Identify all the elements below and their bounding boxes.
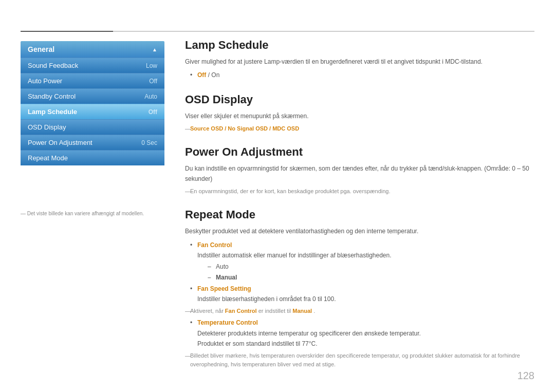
activated-fan-control: Fan Control [225, 308, 257, 314]
sidebar-item-repeat-mode[interactable]: Repeat Mode [21, 150, 164, 165]
sidebar-item-label: Auto Power [28, 77, 62, 85]
sidebar-item-value: 0 Sec [141, 139, 157, 146]
lamp-schedule-bullets: Off / On [190, 70, 534, 80]
sidebar-item-label: Repeat Mode [28, 154, 68, 162]
power-on-note: En opvarmningstid, der er for kort, kan … [185, 187, 534, 196]
section-title-lamp-schedule: Lamp Schedule [185, 39, 534, 52]
activated-note-end: . [313, 308, 315, 314]
power-on-body: Du kan indstille en opvarmningstid for s… [185, 164, 534, 183]
page-number: 128 [517, 370, 534, 382]
section-repeat-mode: Repeat Mode Beskytter produktet ved at d… [185, 208, 534, 371]
sidebar-item-power-on-adjustment[interactable]: Power On Adjustment 0 Sec [21, 135, 164, 150]
temp-control-desc: Detekterer produktets interne temperatur… [197, 330, 421, 337]
activated-note: Aktiveret, når Fan Control er indstillet… [185, 307, 534, 316]
sidebar-item-value: Off [149, 108, 157, 116]
sidebar: General ▲ Sound Feedback Low Auto Power … [21, 41, 164, 165]
repeat-mode-bullets: Fan Control Indstiller automatisk eller … [190, 240, 534, 305]
fan-control-label: Fan Control [197, 241, 232, 249]
sidebar-item-value: Auto [144, 93, 157, 100]
fan-control-desc: Indstiller automatisk eller manuel for i… [197, 252, 392, 259]
section-lamp-schedule: Lamp Schedule Giver mulighed for at just… [185, 39, 534, 81]
fan-speed-desc: Indstiller blæserhastigheden i området f… [197, 295, 336, 303]
sidebar-item-osd-display[interactable]: OSD Display [21, 119, 164, 135]
sidebar-item-sound-feedback[interactable]: Sound Feedback Low [21, 58, 164, 73]
lamp-schedule-off: Off [197, 71, 206, 79]
repeat-mode-note-1: Billedet bliver mørkere, hvis temperatur… [185, 351, 534, 369]
sidebar-note: — Det viste billede kan variere afhængig… [21, 211, 164, 216]
sidebar-item-lamp-schedule[interactable]: Lamp Schedule Off [21, 104, 164, 119]
repeat-mode-body: Beskytter produktet ved at detektere ven… [185, 227, 534, 236]
fan-control-option-manual: Manual [208, 272, 534, 283]
fan-speed-bullet: Fan Speed Setting Indstiller blæserhasti… [190, 284, 534, 305]
temp-control-bullet: Temperature Control Detekterer produktet… [190, 318, 534, 349]
lamp-schedule-bullet-1: Off / On [190, 70, 534, 80]
activated-note-mid: er indstillet til [258, 308, 293, 314]
section-title-repeat-mode: Repeat Mode [185, 208, 534, 221]
fan-control-option-auto: Auto [208, 262, 534, 272]
osd-display-subnote: Source OSD / No Signal OSD / MDC OSD [185, 124, 534, 134]
activated-note-prefix: Aktiveret, når [190, 308, 225, 314]
temp-control-desc2: Produktet er som standard indstillet til… [197, 340, 318, 347]
sidebar-item-label: Standby Control [28, 92, 76, 100]
activated-manual: Manual [292, 308, 312, 314]
fan-control-options: Auto Manual [208, 262, 534, 283]
sidebar-item-label: Power On Adjustment [28, 139, 92, 146]
sidebar-item-value: Off [149, 78, 157, 85]
sidebar-item-label: Lamp Schedule [28, 108, 77, 116]
lamp-schedule-body: Giver mulighed for at justere Lamp-værdi… [185, 57, 534, 67]
section-osd-display: OSD Display Viser eller skjuler et menup… [185, 93, 534, 134]
sidebar-title-label: General [28, 45, 54, 53]
top-divider-accent [21, 31, 113, 32]
section-title-power-on-adjustment: Power On Adjustment [185, 145, 534, 159]
osd-display-body: Viser eller skjuler et menupunkt på skær… [185, 111, 534, 121]
main-content: Lamp Schedule Giver mulighed for at just… [185, 39, 534, 371]
temp-control-label: Temperature Control [197, 319, 258, 326]
sidebar-item-label: OSD Display [28, 123, 66, 131]
sidebar-item-value: Low [146, 62, 157, 69]
sidebar-title: General ▲ [21, 41, 164, 58]
osd-subnote-text: Source OSD / No Signal OSD / MDC OSD [190, 125, 299, 132]
sidebar-item-standby-control[interactable]: Standby Control Auto [21, 88, 164, 104]
lamp-schedule-on: On [211, 71, 219, 79]
fan-speed-label: Fan Speed Setting [197, 285, 251, 292]
sidebar-arrow-icon: ▲ [152, 47, 157, 52]
section-power-on-adjustment: Power On Adjustment Du kan indstille en … [185, 145, 534, 196]
temp-control-list: Temperature Control Detekterer produktet… [190, 318, 534, 349]
sidebar-item-label: Sound Feedback [28, 62, 78, 69]
sidebar-item-auto-power[interactable]: Auto Power Off [21, 73, 164, 88]
fan-control-bullet: Fan Control Indstiller automatisk eller … [190, 240, 534, 283]
section-title-osd-display: OSD Display [185, 93, 534, 106]
